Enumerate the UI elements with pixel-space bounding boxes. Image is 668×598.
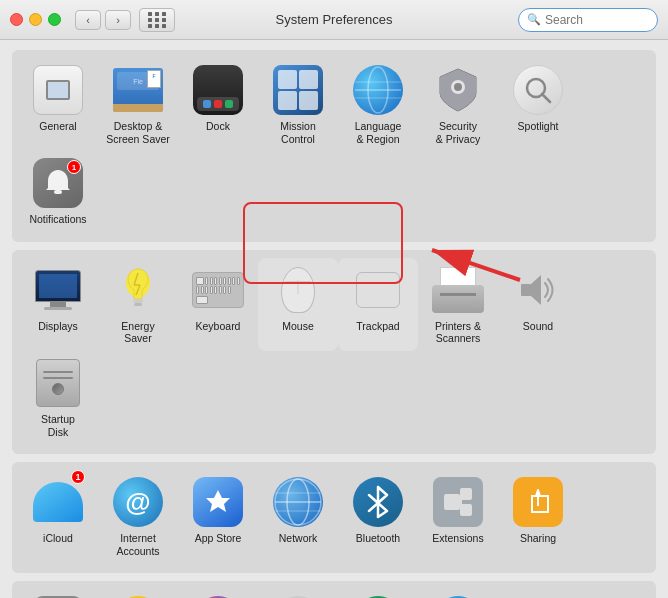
security-privacy-label: Security& Privacy xyxy=(436,120,480,145)
sharing-label: Sharing xyxy=(520,532,556,545)
language-icon xyxy=(352,64,404,116)
svg-line-9 xyxy=(542,94,550,102)
mouse-label: Mouse xyxy=(282,320,314,333)
pref-extensions[interactable]: Extensions xyxy=(418,470,498,563)
section-system: Users &Groups ParentalCon xyxy=(12,581,656,598)
pref-printers-scanners[interactable]: Printers &Scanners xyxy=(418,258,498,351)
svg-rect-25 xyxy=(460,488,472,500)
sound-icon xyxy=(512,264,564,316)
mouse-icon xyxy=(272,264,324,316)
bluetooth-label: Bluetooth xyxy=(356,532,400,545)
keyboard-label: Keyboard xyxy=(196,320,241,333)
pref-trackpad[interactable]: Trackpad xyxy=(338,258,418,351)
sharing-icon xyxy=(512,476,564,528)
pref-general[interactable]: General xyxy=(18,58,98,151)
icloud-label: iCloud xyxy=(43,532,73,545)
network-label: Network xyxy=(279,532,318,545)
personal-grid: General Fle F De xyxy=(18,58,650,232)
window-title: System Preferences xyxy=(275,12,392,27)
trackpad-label: Trackpad xyxy=(356,320,399,333)
app-store-icon xyxy=(192,476,244,528)
section-hardware: Displays xyxy=(12,250,656,454)
pref-internet-accounts[interactable]: @ InternetAccounts xyxy=(98,470,178,563)
startup-disk-icon xyxy=(32,357,84,409)
preferences-main: General Fle F De xyxy=(0,40,668,598)
svg-rect-10 xyxy=(54,190,62,194)
extensions-icon xyxy=(432,476,484,528)
desktop-icon: Fle F xyxy=(112,64,164,116)
trackpad-icon xyxy=(352,264,404,316)
pref-mouse[interactable]: Mouse xyxy=(258,258,338,351)
search-input[interactable] xyxy=(545,13,649,27)
internet-accounts-label: InternetAccounts xyxy=(116,532,159,557)
title-bar: ‹ › System Preferences 🔍 xyxy=(0,0,668,40)
network-icon xyxy=(272,476,324,528)
back-button[interactable]: ‹ xyxy=(75,10,101,30)
svg-rect-13 xyxy=(134,303,142,306)
pref-dock[interactable]: Dock xyxy=(178,58,258,151)
bluetooth-icon xyxy=(352,476,404,528)
general-icon xyxy=(32,64,84,116)
pref-accessibility[interactable]: Accessibility xyxy=(418,589,498,598)
pref-notifications[interactable]: 1 Notifications xyxy=(18,151,98,232)
dock-label: Dock xyxy=(206,120,230,133)
printers-scanners-label: Printers &Scanners xyxy=(435,320,481,345)
displays-icon xyxy=(32,264,84,316)
spotlight-label: Spotlight xyxy=(518,120,559,133)
forward-button[interactable]: › xyxy=(105,10,131,30)
displays-label: Displays xyxy=(38,320,78,333)
general-label: General xyxy=(39,120,76,133)
dock-icon xyxy=(192,64,244,116)
traffic-lights xyxy=(10,13,61,26)
pref-users-groups[interactable]: Users &Groups xyxy=(18,589,98,598)
pref-sharing[interactable]: Sharing xyxy=(498,470,578,563)
spotlight-icon xyxy=(512,64,564,116)
icloud-icon: 1 xyxy=(32,476,84,528)
section-internet: 1 iCloud @ InternetAccounts xyxy=(12,462,656,573)
pref-spotlight[interactable]: Spotlight xyxy=(498,58,578,151)
keyboard-icon xyxy=(192,264,244,316)
desktop-screensaver-label: Desktop &Screen Saver xyxy=(106,120,170,145)
hardware-grid: Displays xyxy=(18,258,650,444)
svg-rect-26 xyxy=(460,504,472,516)
internet-accounts-icon: @ xyxy=(112,476,164,528)
svg-rect-1 xyxy=(48,82,68,98)
svg-rect-17 xyxy=(521,284,531,296)
all-prefs-button[interactable] xyxy=(139,8,175,32)
pref-sound[interactable]: Sound xyxy=(498,258,578,351)
energy-saver-label: EnergySaver xyxy=(121,320,154,345)
pref-app-store[interactable]: App Store xyxy=(178,470,258,563)
printers-icon xyxy=(432,264,484,316)
pref-keyboard[interactable]: Keyboard xyxy=(178,258,258,351)
search-bar[interactable]: 🔍 xyxy=(518,8,658,32)
notifications-label: Notifications xyxy=(29,213,86,226)
internet-grid: 1 iCloud @ InternetAccounts xyxy=(18,470,650,563)
pref-language-region[interactable]: Language& Region xyxy=(338,58,418,151)
close-button[interactable] xyxy=(10,13,23,26)
pref-energy-saver[interactable]: EnergySaver xyxy=(98,258,178,351)
maximize-button[interactable] xyxy=(48,13,61,26)
pref-siri[interactable]: Siri xyxy=(178,589,258,598)
pref-date-time[interactable]: 18 Date & Time xyxy=(258,589,338,598)
extensions-label: Extensions xyxy=(432,532,483,545)
pref-startup-disk[interactable]: StartupDisk xyxy=(18,351,98,444)
mission-control-label: MissionControl xyxy=(280,120,316,145)
nav-buttons: ‹ › xyxy=(75,10,131,30)
system-grid: Users &Groups ParentalCon xyxy=(18,589,650,598)
search-icon: 🔍 xyxy=(527,13,541,26)
language-region-label: Language& Region xyxy=(355,120,402,145)
pref-icloud[interactable]: 1 iCloud xyxy=(18,470,98,563)
energy-saver-icon xyxy=(112,264,164,316)
minimize-button[interactable] xyxy=(29,13,42,26)
pref-parental-controls[interactable]: ParentalControls xyxy=(98,589,178,598)
pref-time-machine[interactable]: TimeMachine xyxy=(338,589,418,598)
pref-bluetooth[interactable]: Bluetooth xyxy=(338,470,418,563)
pref-displays[interactable]: Displays xyxy=(18,258,98,351)
sound-label: Sound xyxy=(523,320,553,333)
pref-network[interactable]: Network xyxy=(258,470,338,563)
grid-icon xyxy=(148,12,167,28)
pref-mission-control[interactable]: MissionControl xyxy=(258,58,338,151)
pref-security-privacy[interactable]: Security& Privacy xyxy=(418,58,498,151)
pref-desktop-screensaver[interactable]: Fle F Desktop &Screen Saver xyxy=(98,58,178,151)
mission-control-icon xyxy=(272,64,324,116)
